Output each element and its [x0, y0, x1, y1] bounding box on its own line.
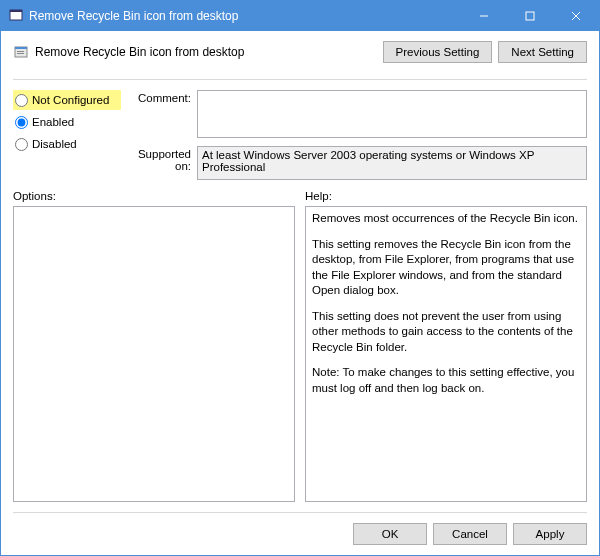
comment-label: Comment: [121, 90, 197, 138]
radio-not-configured-input[interactable] [15, 94, 28, 107]
radio-column: Not Configured Enabled Disabled [13, 90, 121, 180]
comment-textarea[interactable] [197, 90, 587, 138]
radio-disabled-label: Disabled [32, 138, 77, 150]
client-area: Remove Recycle Bin icon from desktop Pre… [1, 31, 599, 555]
help-label: Help: [305, 190, 587, 202]
svg-rect-7 [15, 47, 27, 49]
radio-disabled[interactable]: Disabled [13, 134, 121, 154]
previous-setting-button[interactable]: Previous Setting [383, 41, 493, 63]
svg-rect-8 [17, 51, 24, 52]
supported-label: Supported on: [121, 146, 197, 180]
minimize-button[interactable] [461, 1, 507, 31]
radio-enabled-input[interactable] [15, 116, 28, 129]
svg-rect-3 [526, 12, 534, 20]
policy-title: Remove Recycle Bin icon from desktop [35, 45, 377, 59]
help-paragraph: This setting does not prevent the user f… [312, 309, 580, 356]
radio-disabled-input[interactable] [15, 138, 28, 151]
options-pane: Options: [13, 190, 295, 502]
apply-button[interactable]: Apply [513, 523, 587, 545]
window-icon [9, 8, 23, 24]
panes-row: Options: Help: Removes most occurrences … [13, 190, 587, 502]
supported-row: Supported on: At least Windows Server 20… [121, 146, 587, 180]
radio-enabled-label: Enabled [32, 116, 74, 128]
window-title: Remove Recycle Bin icon from desktop [29, 9, 238, 23]
svg-rect-9 [17, 53, 24, 54]
help-paragraph: Note: To make changes to this setting ef… [312, 365, 580, 396]
next-setting-button[interactable]: Next Setting [498, 41, 587, 63]
supported-on-box: At least Windows Server 2003 operating s… [197, 146, 587, 180]
options-label: Options: [13, 190, 295, 202]
policy-icon [13, 44, 29, 60]
help-paragraph: This setting removes the Recycle Bin ico… [312, 237, 580, 299]
radio-enabled[interactable]: Enabled [13, 112, 121, 132]
help-box[interactable]: Removes most occurrences of the Recycle … [305, 206, 587, 502]
titlebar: Remove Recycle Bin icon from desktop [1, 1, 599, 31]
svg-rect-1 [10, 10, 22, 12]
fields-column: Comment: Supported on: At least Windows … [121, 90, 587, 180]
separator [13, 79, 587, 80]
policy-editor-window: Remove Recycle Bin icon from desktop Rem… [0, 0, 600, 556]
options-box [13, 206, 295, 502]
footer: OK Cancel Apply [13, 512, 587, 545]
help-paragraph: Removes most occurrences of the Recycle … [312, 211, 580, 227]
supported-on-text: At least Windows Server 2003 operating s… [202, 149, 534, 173]
config-row: Not Configured Enabled Disabled Comment: [13, 90, 587, 180]
help-pane: Help: Removes most occurrences of the Re… [305, 190, 587, 502]
maximize-button[interactable] [507, 1, 553, 31]
ok-button[interactable]: OK [353, 523, 427, 545]
header-row: Remove Recycle Bin icon from desktop Pre… [13, 41, 587, 63]
cancel-button[interactable]: Cancel [433, 523, 507, 545]
close-button[interactable] [553, 1, 599, 31]
comment-row: Comment: [121, 90, 587, 138]
radio-not-configured[interactable]: Not Configured [13, 90, 121, 110]
radio-not-configured-label: Not Configured [32, 94, 109, 106]
